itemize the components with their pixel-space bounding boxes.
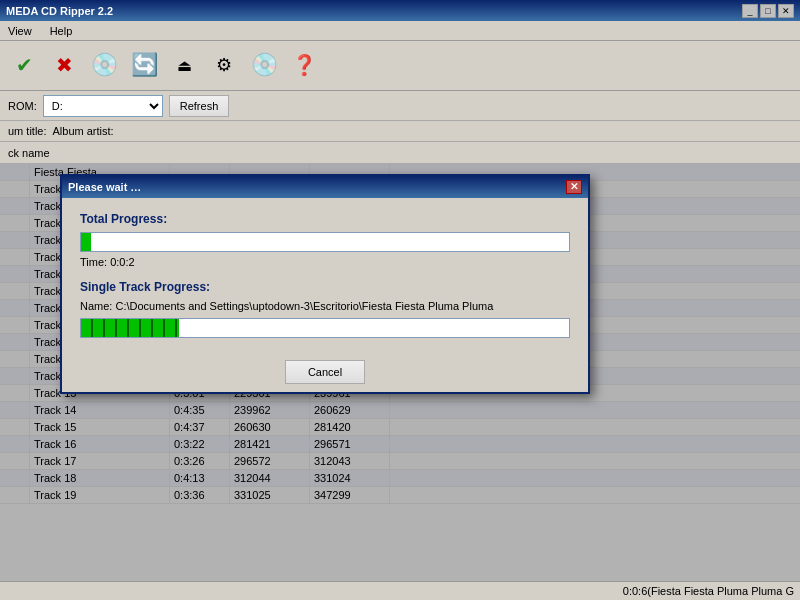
cd-icon[interactable]: 💿 xyxy=(86,47,122,83)
refresh-cd-icon[interactable]: 🔄 xyxy=(126,47,162,83)
rip-icon[interactable]: ✔ xyxy=(6,47,42,83)
menu-help[interactable]: Help xyxy=(46,24,77,38)
single-progress-fill xyxy=(81,319,179,337)
cdrom-label: ROM: xyxy=(8,100,37,112)
settings-icon[interactable]: ⚙ xyxy=(206,47,242,83)
total-progress-bar xyxy=(80,232,570,252)
stop-icon[interactable]: ✖ xyxy=(46,47,82,83)
name-prefix: Name: xyxy=(80,300,112,312)
app-title: MEDA CD Ripper 2.2 xyxy=(6,5,113,17)
close-button[interactable]: ✕ xyxy=(778,4,794,18)
total-progress-label: Total Progress: xyxy=(80,212,570,226)
title-bar-buttons: _ □ ✕ xyxy=(742,4,794,18)
eject-icon[interactable]: ⏏ xyxy=(166,47,202,83)
album-title-label: um title: xyxy=(8,125,47,137)
dialog-footer: Cancel xyxy=(62,356,588,392)
dialog-title-bar: Please wait … ✕ xyxy=(62,176,588,198)
dialog-title: Please wait … xyxy=(68,181,141,193)
minimize-button[interactable]: _ xyxy=(742,4,758,18)
dialog-body: Total Progress: Time: 0:0:2 Single Track… xyxy=(62,198,588,356)
status-text: 0:0:6(Fiesta Fiesta Pluma Pluma G xyxy=(623,585,794,597)
name-value: C:\Documents and Settings\uptodown-3\Esc… xyxy=(115,300,493,312)
cdrom-row: ROM: D: Refresh xyxy=(0,91,800,121)
menu-bar: View Help xyxy=(0,21,800,40)
app-window: MEDA CD Ripper 2.2 _ □ ✕ View Help ✔ ✖ 💿… xyxy=(0,0,800,600)
track-name-row: ck name xyxy=(0,142,800,163)
album-row: um title: Album artist: xyxy=(0,121,800,142)
help-icon[interactable]: ❓ xyxy=(286,47,322,83)
dialog-close-button[interactable]: ✕ xyxy=(566,180,582,194)
album-title-value: Album artist: xyxy=(53,125,114,137)
cancel-button[interactable]: Cancel xyxy=(285,360,365,384)
toolbar: ✔ ✖ 💿 🔄 ⏏ ⚙ 💿 ❓ xyxy=(0,41,800,91)
disc2-icon[interactable]: 💿 xyxy=(246,47,282,83)
time-display: Time: 0:0:2 xyxy=(80,256,570,268)
track-name-label: ck name xyxy=(8,147,50,159)
progress-dialog: Please wait … ✕ Total Progress: Time: 0:… xyxy=(60,174,590,394)
status-bar: 0:0:6(Fiesta Fiesta Pluma Pluma G xyxy=(0,581,800,600)
refresh-button[interactable]: Refresh xyxy=(169,95,230,117)
track-name-display: Name: C:\Documents and Settings\uptodown… xyxy=(80,300,570,312)
main-content: Fiesta Fiesta Track 1 Track 2 xyxy=(0,164,800,581)
title-bar: MEDA CD Ripper 2.2 _ □ ✕ xyxy=(0,0,800,21)
modal-overlay: Please wait … ✕ Total Progress: Time: 0:… xyxy=(0,164,800,581)
menu-view[interactable]: View xyxy=(4,24,36,38)
total-progress-fill xyxy=(81,233,91,251)
cdrom-drive-select[interactable]: D: xyxy=(43,95,163,117)
single-track-label: Single Track Progress: xyxy=(80,280,570,294)
single-progress-bar xyxy=(80,318,570,338)
maximize-button[interactable]: □ xyxy=(760,4,776,18)
